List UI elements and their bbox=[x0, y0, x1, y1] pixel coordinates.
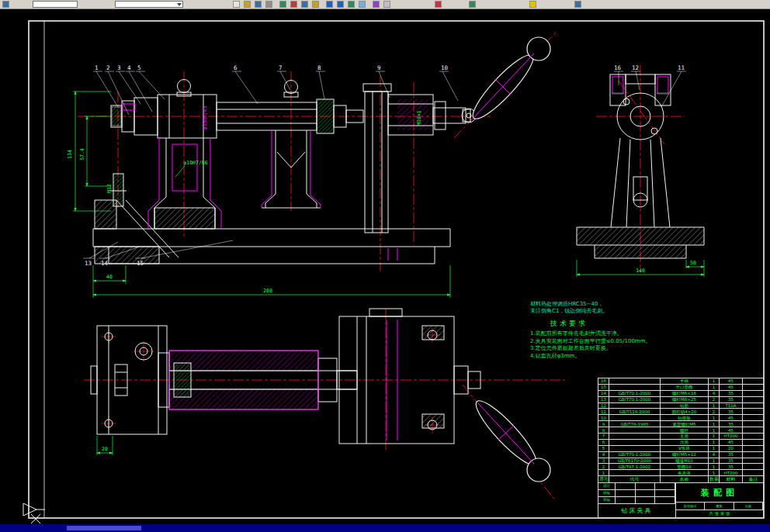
callout-8: 8 bbox=[317, 64, 321, 71]
thread-label: M10×1 bbox=[416, 110, 422, 126]
callout-14: 14 bbox=[101, 260, 109, 267]
callout-12: 12 bbox=[632, 64, 639, 71]
grid-icon[interactable] bbox=[574, 1, 581, 8]
callout-9: 9 bbox=[377, 64, 381, 71]
bom-row: 9GB/T78-1985紧定螺钉M5135 bbox=[598, 421, 765, 427]
side-view: 140 50 16 12 11 bbox=[577, 64, 704, 277]
notes-heading: 技术要求 bbox=[550, 319, 763, 329]
bom-row: 5V形块120 bbox=[598, 445, 765, 451]
dimension-label: 50 bbox=[690, 260, 696, 266]
status-segment[interactable] bbox=[67, 526, 141, 530]
bom-row: 2GB/T97.1-2002垫圈10135 bbox=[598, 464, 765, 470]
tb-label: 阶段标记 bbox=[676, 503, 705, 510]
bom-row: 4GB/T70.1-2000螺钉M5×12435 bbox=[598, 451, 765, 458]
bom-row: 10钻模板145 bbox=[598, 415, 765, 421]
cad-window: 134 57.4 40 280 φ10H7/h6 φ35H6/k5 M10×1 … bbox=[0, 0, 770, 532]
tb-label: 审核 bbox=[598, 497, 616, 503]
drawing-subtitle: 钻床夹具 bbox=[598, 503, 675, 517]
note-item: 2.夹具安装面对工作台面平行度≤0.05/100mm。 bbox=[530, 338, 763, 346]
callout-4: 4 bbox=[127, 64, 131, 71]
callout-5: 5 bbox=[137, 64, 141, 71]
zoom-out-icon[interactable] bbox=[359, 1, 366, 8]
tb-label: 重量 bbox=[705, 503, 734, 510]
callout-11: 11 bbox=[678, 64, 685, 71]
callout-3: 3 bbox=[117, 64, 121, 71]
drawing-title: 装配图 bbox=[676, 483, 763, 503]
tb-label: 校核 bbox=[598, 490, 616, 496]
undo-icon[interactable] bbox=[326, 1, 333, 8]
callout-7: 7 bbox=[279, 64, 283, 71]
front-view: 134 57.4 40 280 φ10H7/h6 φ35H6/k5 M10×1 … bbox=[67, 33, 556, 298]
bom-header-row: 序号代号名称数量材料备注 bbox=[598, 476, 765, 482]
technical-notes: 材料热处理调质HRC35~40， 未注倒角C1，锐边倒钝去毛刺。 技术要求 1.… bbox=[530, 301, 763, 360]
bom-row: 1夹具体1HT200 bbox=[598, 470, 765, 476]
plan-view: 20 bbox=[84, 309, 565, 501]
note-pre-line: 未注倒角C1，锐边倒钝去毛刺。 bbox=[530, 308, 763, 315]
title-block-grid: 设计 校核 审核 bbox=[598, 483, 675, 503]
toolbar-field[interactable] bbox=[33, 1, 78, 8]
callout-1: 1 bbox=[95, 64, 99, 71]
dimension-label: 140 bbox=[636, 268, 645, 274]
bom-row: 3GB/T6170-2000螺母M10135 bbox=[598, 458, 765, 464]
open-icon[interactable] bbox=[244, 1, 251, 8]
layer-combo[interactable] bbox=[115, 1, 183, 8]
dimension-label: 20 bbox=[102, 446, 108, 452]
note-pre-line: 材料热处理调质HRC35~40， bbox=[530, 301, 763, 308]
bom-row: 7支座1HT200 bbox=[598, 434, 765, 440]
dimension-label: 280 bbox=[263, 288, 272, 294]
plan-geometry bbox=[91, 309, 550, 482]
dimension-label: 40 bbox=[106, 274, 113, 280]
app-icon[interactable] bbox=[2, 1, 9, 8]
bom-row: 14GB/T70.1-2000螺钉M6×16435 bbox=[598, 390, 765, 396]
status-bar bbox=[0, 524, 770, 532]
callout-2: 2 bbox=[106, 64, 110, 71]
save-icon[interactable] bbox=[255, 1, 262, 8]
layers-icon[interactable] bbox=[383, 1, 390, 8]
print-icon[interactable] bbox=[265, 1, 272, 8]
front-magenta bbox=[123, 54, 534, 261]
toolbar bbox=[0, 0, 770, 9]
callout-10: 10 bbox=[441, 64, 449, 71]
centerlines bbox=[84, 309, 565, 501]
bom-row: 15开口垫圈145 bbox=[598, 384, 765, 390]
front-dimensions bbox=[73, 92, 450, 298]
bom-row: 6压块145 bbox=[598, 439, 765, 445]
title-block-right: 装配图 阶段标记 重量 比例 共 张 第 张 bbox=[676, 483, 763, 517]
help-icon[interactable] bbox=[529, 1, 536, 8]
callout-6: 6 bbox=[234, 64, 238, 71]
fit-label: φ10H7/h6 bbox=[183, 160, 207, 166]
redo-icon[interactable] bbox=[337, 1, 344, 8]
zoom-in-icon[interactable] bbox=[348, 1, 355, 8]
bom-row: 12钻套1T10A bbox=[598, 402, 765, 409]
bom-table: 16手柄145 15开口垫圈145 14GB/T70.1-2000螺钉M6×16… bbox=[598, 378, 764, 482]
chevron-down-icon[interactable] bbox=[177, 3, 182, 6]
copy-icon[interactable] bbox=[301, 1, 308, 8]
title-block: 设计 校核 审核 钻床夹具 装配图 阶段标记 重量 比例 共 张 第 张 bbox=[598, 482, 764, 518]
title-block-left: 设计 校核 审核 钻床夹具 bbox=[598, 483, 676, 517]
tb-label: 比例 bbox=[734, 503, 763, 510]
preview-icon[interactable] bbox=[279, 1, 286, 8]
dimension-label: 134 bbox=[67, 150, 73, 159]
bom-row: 16手柄145 bbox=[598, 378, 765, 385]
dimension-label: 57.4 bbox=[79, 148, 85, 161]
note-item: 1.装配前所有零件去毛刺并清洗干净。 bbox=[530, 330, 763, 338]
plan-dim-labels: 20 bbox=[102, 446, 108, 452]
sheet-count: 共 张 第 张 bbox=[676, 510, 763, 517]
pan-icon[interactable] bbox=[373, 1, 380, 8]
bom-row: 11GB/T119-2000圆柱销4×20235 bbox=[598, 409, 765, 415]
callout-16: 16 bbox=[614, 64, 622, 71]
note-item: 3.定位元件磨损超差后及时更换。 bbox=[530, 345, 763, 353]
new-icon[interactable] bbox=[233, 1, 240, 8]
fit-label: φ35H6/k5 bbox=[202, 105, 208, 130]
cut-icon[interactable] bbox=[290, 1, 297, 8]
side-callout-numbers: 16 12 11 bbox=[614, 64, 685, 71]
paste-icon[interactable] bbox=[312, 1, 319, 8]
properties-icon[interactable] bbox=[469, 1, 476, 8]
bom-row: 13GB/T70.1-2000螺钉M8×25235 bbox=[598, 396, 765, 402]
ucs-icon bbox=[23, 503, 45, 523]
bom-row: 8螺杆145 bbox=[598, 427, 765, 434]
tb-label: 设计 bbox=[598, 483, 616, 489]
plot-icon[interactable] bbox=[435, 1, 442, 8]
callout-13: 13 bbox=[85, 260, 92, 267]
thread-label: M12 bbox=[106, 184, 113, 193]
